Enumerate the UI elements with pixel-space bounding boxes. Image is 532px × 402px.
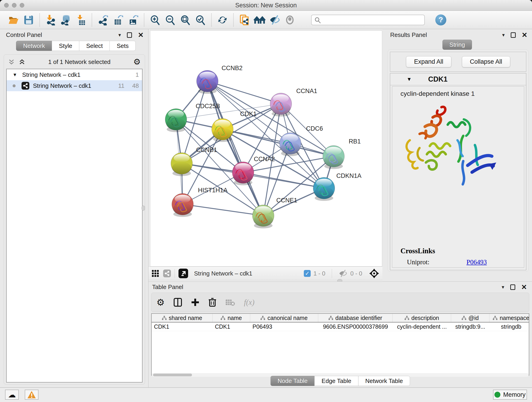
table-cell: CDK1 [152,322,213,331]
tab-sets[interactable]: Sets [109,41,136,51]
warnings-button[interactable] [25,390,38,400]
column-header-namespace[interactable]: namespace [489,314,529,322]
network-share-icon [22,82,29,89]
crosslink-row: Uniprot:P06493 [400,258,524,266]
panel-menu-icon[interactable]: ▾ [502,32,505,38]
network-tab-pane: 1 of 1 Network selected ⚙ ▼ String Netwo… [4,54,145,385]
export-table-button[interactable] [112,13,124,26]
network-collection-row[interactable]: ▼ String Network – cdk1 1 [7,69,142,80]
clone-network-button[interactable] [239,13,250,26]
panel-float-icon[interactable] [510,284,515,290]
tree-expander-icon[interactable]: ▼ [13,72,17,77]
panel-menu-icon[interactable]: ▾ [502,284,504,290]
column-header-name[interactable]: name [213,314,250,322]
open-session-button[interactable] [7,13,19,26]
memory-button[interactable]: Memory [493,390,527,400]
tab-node-table[interactable]: Node Table [271,376,315,386]
panel-close-icon[interactable]: ✕ [138,33,144,37]
search-icon [314,17,321,24]
zoom-fit-button[interactable] [179,13,191,26]
show-columns-icon[interactable] [173,298,182,307]
node-table[interactable]: shared namenamecanonical namedatabase id… [151,313,529,376]
network-graph[interactable]: CCNB2 CCNA1 CDC25B CDK1 CDC6 RB1 CCNB1 [150,31,382,266]
node-label-CDK1: CDK1 [240,110,257,117]
save-session-button[interactable] [23,13,35,26]
add-column-icon[interactable] [191,298,200,307]
tab-string[interactable]: String [443,40,472,50]
protein-structure-image [402,104,500,187]
toolbar-separator [211,13,212,27]
protein-description: cyclin-dependent kinase 1 [392,86,524,97]
node-label-CCNB2: CCNB2 [222,65,243,71]
birdseye-grid-icon[interactable] [152,270,159,277]
panel-close-icon[interactable]: ✕ [521,285,527,289]
import-network-button[interactable] [45,13,57,26]
cloud-button[interactable]: ☁ [5,390,19,400]
collapse-all-button[interactable]: Collapse All [462,56,510,67]
group-nodes-button[interactable] [254,13,266,26]
titlebar: Session: New Session [0,0,532,11]
panel-menu-icon[interactable]: ▾ [119,32,121,38]
node-label-CDKN1A: CDKN1A [336,172,361,179]
delete-column-icon[interactable] [208,298,216,307]
expand-all-icon[interactable] [19,58,25,65]
fit-content-crosshair-icon[interactable] [369,268,379,279]
show-all-button[interactable] [284,13,296,26]
zoom-selected-button[interactable] [195,13,206,26]
export-network-button[interactable] [97,13,109,26]
collapse-all-icon[interactable] [8,58,15,65]
node-CCNE1: CCNE1 [253,197,298,228]
protein-details: cyclin-dependent kinase 1 [392,86,524,268]
node-CCNA1: CCNA1 [270,88,317,116]
hide-selected-button[interactable] [269,13,281,26]
network-canvas[interactable]: CCNB2 CCNA1 CDC25B CDK1 CDC6 RB1 CCNB1 [150,31,382,267]
selected-counts: 1 - 0 [313,270,325,277]
panel-float-icon[interactable] [127,32,132,38]
tab-style[interactable]: Style [52,41,79,51]
table-cell: P06493 [250,322,318,331]
column-header--id[interactable]: @id [451,314,489,322]
import-network-from-database-button[interactable] [60,13,72,26]
tab-network[interactable]: Network [16,41,52,51]
tab-select[interactable]: Select [79,41,110,51]
table-row[interactable]: CDK1CDK1P064939606.ENSP00000378699cyclin… [152,322,529,331]
zoom-out-button[interactable] [164,13,176,26]
string-results-pane: Expand All Collapse All ▼ CDK1 cyclin-de… [388,50,528,272]
panel-close-icon[interactable]: ✕ [522,33,527,37]
tab-network-table[interactable]: Network Table [358,376,410,386]
network-label: String Network – cdk1 [33,82,91,89]
refresh-button[interactable] [216,13,228,26]
panel-float-icon[interactable] [511,32,516,38]
edge-CDK1-RB1 [222,129,334,156]
column-header-shared-name[interactable]: shared name [152,314,213,322]
export-image-button[interactable] [127,13,139,26]
column-header-database-identifier[interactable]: database identifier [318,314,393,322]
crosslink-link[interactable]: P06493 [467,258,487,266]
network-list: ▼ String Network – cdk1 1 String Network… [6,69,143,383]
column-header-description[interactable]: description [393,314,451,322]
network-view-share-icon[interactable] [163,269,171,277]
network-options-gear-icon[interactable]: ⚙ [133,58,141,66]
help-button[interactable]: ? [435,14,446,26]
export-table-icon [113,14,123,26]
table-cell: stringdb [489,322,529,331]
footer-separator [175,269,175,278]
zoom-selected-icon [195,14,206,26]
protein-expander-icon[interactable]: ▼ [407,76,412,82]
open-in-new-window-icon[interactable] [178,269,188,278]
search-input[interactable] [311,15,425,25]
expand-all-button[interactable]: Expand All [406,56,451,67]
scrollbar-thumb[interactable] [153,374,192,376]
eye-disabled-icon [285,15,295,25]
table-toolbar: ⚙ f(x) [151,293,529,312]
zoom-in-button[interactable] [149,13,161,26]
node-HIST1H1A: HIST1H1A [172,187,228,217]
cloud-icon: ☁ [8,391,16,398]
network-row[interactable]: String Network – cdk1 11 48 [7,80,142,91]
left-splitter-handle[interactable] [142,206,145,211]
import-table-button[interactable] [75,13,87,26]
selected-checkbox-icon[interactable]: ✓ [304,270,311,277]
tab-edge-table[interactable]: Edge Table [315,376,359,386]
column-header-canonical-name[interactable]: canonical name [250,314,318,322]
table-settings-gear-icon[interactable]: ⚙ [157,298,165,306]
